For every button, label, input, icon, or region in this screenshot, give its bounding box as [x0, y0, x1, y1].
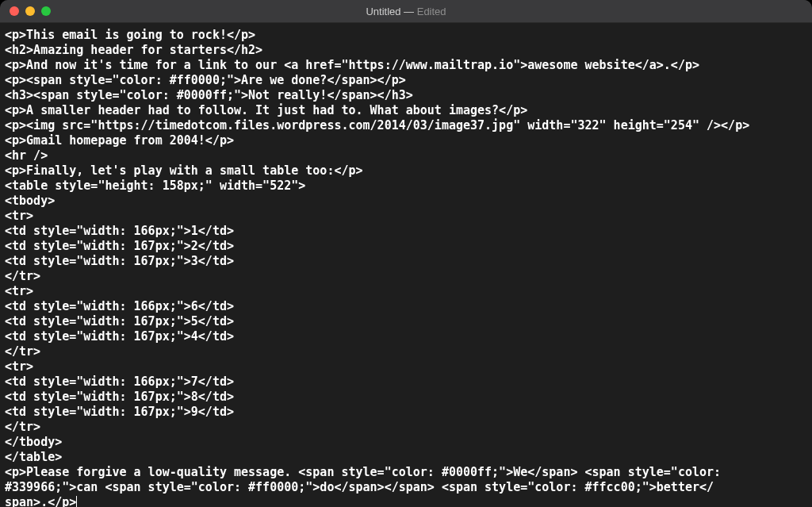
title-edited: Edited	[417, 6, 446, 17]
editor-area[interactable]: <p>This email is going to rock!</p> <h2>…	[0, 23, 812, 507]
title-main: Untitled	[366, 6, 400, 17]
editor-window: Untitled — Edited <p>This email is going…	[0, 0, 812, 507]
code-content[interactable]: <p>This email is going to rock!</p> <h2>…	[5, 28, 807, 507]
traffic-lights	[0, 6, 51, 16]
titlebar[interactable]: Untitled — Edited	[0, 0, 812, 23]
close-icon[interactable]	[10, 6, 19, 16]
minimize-icon[interactable]	[25, 6, 35, 16]
text-cursor	[76, 496, 77, 507]
zoom-icon[interactable]	[41, 6, 51, 16]
title-sep: —	[400, 6, 416, 17]
window-title: Untitled — Edited	[0, 6, 812, 17]
